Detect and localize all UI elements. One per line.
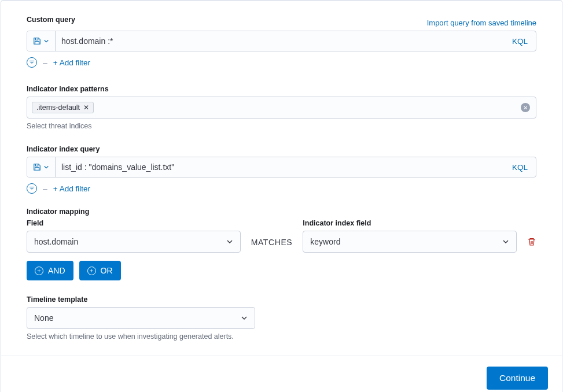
- mapping-index-field-value: keyword: [310, 237, 340, 246]
- chevron-down-icon: [43, 164, 49, 170]
- continue-button[interactable]: Continue: [487, 367, 548, 390]
- save-floppy-icon: [33, 163, 41, 171]
- and-button[interactable]: + AND: [27, 261, 73, 280]
- chevron-down-icon: [502, 238, 509, 245]
- or-button-label: OR: [101, 266, 113, 275]
- trash-icon: [527, 237, 536, 246]
- remove-tag-icon[interactable]: ✕: [83, 104, 89, 111]
- indicator-query-label: Indicator index query: [27, 145, 536, 153]
- custom-query-lang-button[interactable]: KQL: [504, 31, 536, 51]
- filter-options-icon[interactable]: [27, 183, 37, 194]
- save-floppy-icon: [33, 37, 41, 45]
- indicator-pattern-tag: .items-default ✕: [32, 102, 94, 113]
- and-button-label: AND: [48, 266, 65, 275]
- or-button[interactable]: + OR: [79, 261, 121, 280]
- filter-separator: –: [43, 184, 47, 193]
- rule-config-panel: Custom query Import query from saved tim…: [1, 0, 562, 392]
- mapping-index-field-select[interactable]: keyword: [303, 231, 517, 253]
- indicator-query-input[interactable]: list_id : "domains_value_list.txt": [56, 157, 504, 177]
- timeline-template-label: Timeline template: [27, 295, 536, 304]
- mapping-field-label: Field: [27, 219, 241, 227]
- mapping-field-select[interactable]: host.domain: [27, 231, 241, 253]
- indicator-patterns-help: Select threat indices: [27, 122, 536, 130]
- indicator-saved-query-menu-button[interactable]: [27, 157, 56, 177]
- timeline-template-value: None: [34, 313, 53, 323]
- panel-footer: Continue: [1, 356, 562, 392]
- indicator-query-bar: list_id : "domains_value_list.txt" KQL: [27, 157, 536, 177]
- filter-options-icon[interactable]: [27, 57, 37, 68]
- timeline-template-select[interactable]: None: [27, 307, 255, 329]
- indicator-mapping-label: Indicator mapping: [27, 208, 536, 216]
- custom-query-label: Custom query: [27, 16, 75, 24]
- add-filter-link[interactable]: + Add filter: [53, 184, 90, 193]
- custom-query-input[interactable]: host.domain :*: [56, 31, 504, 51]
- custom-query-filter-row: – + Add filter: [27, 57, 536, 68]
- filter-separator: –: [43, 58, 47, 67]
- mapping-field-col: Field host.domain: [27, 219, 241, 253]
- mapping-index-field-label: Indicator index field: [303, 219, 517, 227]
- matches-label: MATCHES: [251, 238, 293, 253]
- indicator-query-lang-button[interactable]: KQL: [504, 157, 536, 177]
- custom-query-bar: host.domain :* KQL: [27, 31, 536, 51]
- timeline-help-text: Select which timeline to use when invest…: [27, 332, 536, 341]
- chevron-down-icon: [43, 38, 49, 44]
- add-filter-link[interactable]: + Add filter: [53, 58, 90, 67]
- chevron-down-icon: [241, 315, 248, 321]
- plus-circle-icon: +: [87, 267, 96, 275]
- mapping-index-field-col: Indicator index field keyword: [303, 219, 517, 253]
- saved-query-menu-button[interactable]: [27, 31, 56, 51]
- filter-icon: [29, 60, 35, 65]
- plus-circle-icon: +: [35, 267, 43, 275]
- indicator-query-filter-row: – + Add filter: [27, 183, 536, 194]
- delete-mapping-button[interactable]: [527, 237, 536, 253]
- filter-icon: [29, 186, 35, 191]
- import-query-link[interactable]: Import query from saved timeline: [427, 19, 536, 27]
- mapping-field-value: host.domain: [34, 237, 78, 246]
- indicator-patterns-label: Indicator index patterns: [27, 85, 536, 93]
- indicator-pattern-tag-text: .items-default: [36, 103, 80, 112]
- indicator-patterns-combobox[interactable]: .items-default ✕ ✕: [27, 97, 536, 119]
- chevron-down-icon: [226, 238, 233, 245]
- clear-combobox-icon[interactable]: ✕: [521, 103, 530, 112]
